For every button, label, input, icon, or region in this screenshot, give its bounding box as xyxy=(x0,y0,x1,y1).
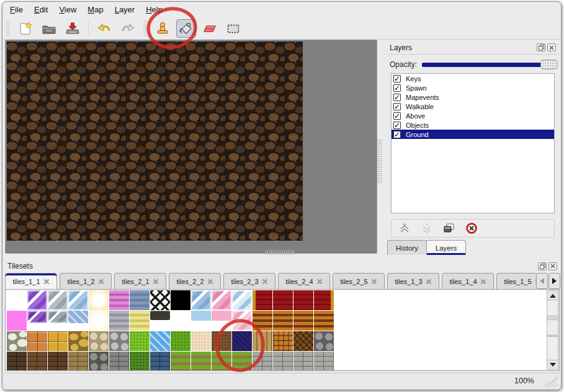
tile-0-6-hstripes[interactable] xyxy=(130,290,150,310)
layer-visibility-checkbox[interactable]: ✓ xyxy=(393,84,401,92)
tile-1-10-solid[interactable] xyxy=(212,311,231,321)
tile-1-0-solid[interactable] xyxy=(7,311,27,331)
tile-2-15-stones[interactable] xyxy=(314,331,334,351)
tile-3-0-brick[interactable] xyxy=(7,352,27,371)
menu-edit[interactable]: Edit xyxy=(34,5,48,14)
lower-layer-button[interactable] xyxy=(420,221,434,235)
tile-0-4-glow[interactable] xyxy=(89,290,109,310)
tileset-tab-tiles_1_3[interactable]: tiles_1_3 xyxy=(387,273,439,289)
tile-2-7-water[interactable] xyxy=(150,331,170,351)
map-canvas-region[interactable] xyxy=(5,40,377,254)
tile-3-9-grasspath[interactable] xyxy=(191,352,211,371)
tile-1-4-glow[interactable] xyxy=(89,311,109,331)
tile-0-15-carpet[interactable] xyxy=(314,290,334,310)
rect-select-tool-button[interactable] xyxy=(223,19,243,38)
tile-3-11-grasspath[interactable] xyxy=(232,352,252,371)
tile-1-7-sign[interactable] xyxy=(150,311,170,320)
tileset-tab-tiles_2_1[interactable]: tiles_2_1 xyxy=(114,273,166,289)
tile-2-13-weave[interactable] xyxy=(273,331,293,351)
layer-visibility-checkbox[interactable]: ✓ xyxy=(393,94,401,101)
float-tilesets-button[interactable] xyxy=(538,262,547,270)
map-view[interactable] xyxy=(7,42,303,241)
delete-layer-button[interactable] xyxy=(465,221,478,235)
close-tab-icon[interactable] xyxy=(480,278,486,285)
new-map-button[interactable] xyxy=(16,19,35,38)
tile-0-10-glass[interactable] xyxy=(212,290,231,310)
map-horizontal-scrollbar[interactable] xyxy=(266,250,294,255)
tile-0-1-glass[interactable] xyxy=(27,290,47,310)
tile-2-11-navy[interactable] xyxy=(232,331,252,351)
layer-visibility-checkbox[interactable]: ✓ xyxy=(393,103,401,110)
tile-2-1-tiles4[interactable] xyxy=(27,331,47,351)
layer-row-objects[interactable]: ✓Objects xyxy=(392,120,554,130)
tile-1-2-glass[interactable] xyxy=(48,311,68,323)
close-tab-icon[interactable] xyxy=(316,278,323,285)
palette-scrollbar[interactable] xyxy=(547,290,558,370)
tile-2-8-grass[interactable] xyxy=(171,331,190,351)
menu-file[interactable]: File xyxy=(10,5,23,14)
tile-1-12-hstripes[interactable] xyxy=(253,311,272,331)
tile-3-3-brick[interactable] xyxy=(68,352,88,371)
map-vertical-scrollbar[interactable] xyxy=(377,140,382,184)
layer-row-spawn[interactable]: ✓Spawn xyxy=(392,83,554,92)
toolbar-drag-handle-2[interactable] xyxy=(143,20,147,37)
raise-layer-button[interactable] xyxy=(398,221,411,235)
eraser-tool-button[interactable] xyxy=(200,19,220,38)
tile-1-3-water[interactable] xyxy=(68,311,88,323)
opacity-slider-handle[interactable] xyxy=(540,60,558,69)
tile-2-2-tiles4[interactable] xyxy=(48,331,68,351)
layer-row-walkable[interactable]: ✓Walkable xyxy=(392,102,554,111)
tile-2-5-stones[interactable] xyxy=(109,331,129,351)
tileset-tab-tiles_1_2[interactable]: tiles_1_2 xyxy=(60,273,112,289)
tile-1-15-hstripes[interactable] xyxy=(314,311,334,331)
tile-2-9-grass[interactable] xyxy=(191,331,211,351)
tile-1-6-hstripes[interactable] xyxy=(130,311,150,331)
tileset-tab-tiles_2_5[interactable]: tiles_2_5 xyxy=(333,273,385,289)
duplicate-layer-button[interactable] xyxy=(442,221,456,235)
tile-3-12-brick[interactable] xyxy=(253,352,272,371)
close-tab-icon[interactable] xyxy=(207,278,213,285)
tile-2-14-herring[interactable] xyxy=(293,331,313,351)
tile-0-8-solid[interactable] xyxy=(171,290,190,310)
tile-1-1-glass[interactable] xyxy=(27,311,47,323)
tile-1-11-glass[interactable] xyxy=(232,311,252,331)
resize-grip[interactable] xyxy=(543,375,558,387)
scroll-tabs-left-button[interactable] xyxy=(536,273,548,289)
tile-3-14-brick[interactable] xyxy=(293,352,313,371)
close-tab-icon[interactable] xyxy=(426,278,432,285)
tile-1-5-hstripes[interactable] xyxy=(109,311,129,331)
stamp-tool-button[interactable] xyxy=(153,19,172,38)
panel-tab-history[interactable]: History xyxy=(387,240,427,255)
opacity-slider-track[interactable] xyxy=(422,63,557,67)
tile-1-9-solid[interactable] xyxy=(191,311,211,321)
palette-scroll-down-button[interactable] xyxy=(547,360,558,369)
tile-1-14-hstripes[interactable] xyxy=(293,311,313,331)
layer-row-mapevents[interactable]: ✓Mapevents xyxy=(392,92,554,102)
open-button[interactable] xyxy=(39,19,59,38)
tileset-palette[interactable] xyxy=(5,289,560,371)
tile-3-8-grasspath[interactable] xyxy=(171,352,190,371)
close-tab-icon[interactable] xyxy=(153,278,159,285)
tileset-tab-tiles_2_4[interactable]: tiles_2_4 xyxy=(278,273,330,289)
tile-0-14-carpet[interactable] xyxy=(293,290,313,310)
tile-0-7-lattice[interactable] xyxy=(150,290,170,310)
tile-3-4-stones[interactable] xyxy=(89,352,109,371)
tile-0-9-glass[interactable] xyxy=(191,290,211,310)
tile-0-12-carpet[interactable] xyxy=(253,290,272,310)
tile-3-7-brick[interactable] xyxy=(150,352,170,371)
tile-3-10-grasspath[interactable] xyxy=(212,352,231,371)
tile-2-3-path[interactable] xyxy=(68,331,88,351)
tile-3-15-brick[interactable] xyxy=(314,352,334,371)
tile-2-4-stones[interactable] xyxy=(89,331,109,351)
tile-1-13-hstripes[interactable] xyxy=(273,311,293,331)
palette-scrollbar-thumb[interactable] xyxy=(547,301,558,337)
tile-3-13-brick[interactable] xyxy=(273,352,293,371)
save-button[interactable] xyxy=(63,19,83,38)
layer-visibility-checkbox[interactable]: ✓ xyxy=(393,122,401,129)
menu-help[interactable]: Help xyxy=(146,5,163,14)
toolbar-drag-handle[interactable] xyxy=(6,20,10,37)
tile-2-6-grass[interactable] xyxy=(130,331,150,351)
tileset-tab-tiles_2_2[interactable]: tiles_2_2 xyxy=(169,273,221,289)
redo-button[interactable] xyxy=(118,19,138,38)
tile-0-3-glass[interactable] xyxy=(68,290,88,310)
